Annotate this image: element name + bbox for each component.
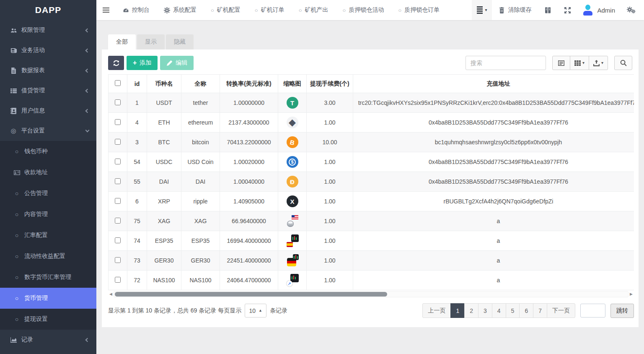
pagination-info-suffix: 条记录 [270, 307, 287, 315]
cell-rate: 1.00040000 [220, 172, 278, 192]
page-button-6[interactable]: 6 [519, 303, 533, 318]
scrollbar-track[interactable] [114, 291, 628, 297]
sidebar-subitem-receive-address[interactable]: 收款地址 [0, 162, 96, 183]
topnav-console[interactable]: 控制台 [116, 0, 157, 20]
row-checkbox[interactable] [115, 237, 121, 243]
detail-view-button[interactable] [552, 56, 570, 70]
usdc-icon: $ [287, 156, 298, 168]
search-button[interactable] [614, 56, 632, 70]
select-all-checkbox[interactable] [115, 80, 121, 86]
fullscreen-button[interactable] [558, 7, 577, 13]
table-row[interactable]: 4ETHethereum2137.43000000◆1.000x4ba8B1D2… [109, 113, 634, 133]
edit-button[interactable]: 编辑 [160, 56, 194, 70]
cell-fee: 1.00 [307, 172, 353, 192]
topbar: 控制台系统配置○矿机配置○矿机订单○矿机产出○质押锁仓活动○质押锁仓订单 ▾ 清… [96, 0, 644, 20]
cell-fullname: USD Coin [181, 152, 220, 172]
btc-icon: B [287, 136, 298, 148]
table-row[interactable]: 6XRPripple1.40905000X1.00rBUGBLTg2XcfA4h… [109, 192, 634, 211]
search-input[interactable] [466, 56, 546, 70]
language-button[interactable] [538, 7, 558, 13]
cell-symbol: NAS100 [147, 271, 181, 290]
topnav-system-config[interactable]: 系统配置 [157, 0, 204, 20]
cell-thumbnail: X [278, 192, 307, 211]
esp35-icon [286, 234, 299, 247]
table-row[interactable]: 54USDCUSD Coin1.00020000$1.000x4ba8B1D25… [109, 152, 634, 172]
refresh-button[interactable] [108, 56, 124, 70]
sidebar-item-platform-settings[interactable]: ◎平台设置 [0, 121, 96, 141]
topbar-right: ▾ 清除缓存 Admin [472, 0, 644, 20]
tab-visible[interactable]: 显示 [137, 34, 165, 49]
sidebar-subitem-content-management[interactable]: ○内容管理 [0, 204, 96, 225]
row-checkbox[interactable] [115, 277, 121, 283]
cell-rate: 1.00000000 [220, 93, 278, 113]
add-button[interactable]: +添加 [127, 56, 158, 70]
sidebar-toggle-icon[interactable] [96, 8, 116, 13]
cell-address: a [353, 271, 634, 290]
table-row[interactable]: 55DAIDAI1.00040000Ð1.000x4ba8B1D253BA55D… [109, 172, 634, 192]
table-row[interactable]: 1USDTtether1.00000000T3.00trc20:TGcqjikv… [109, 93, 634, 113]
next-page-button[interactable]: 下一页 [547, 303, 575, 318]
row-checkbox[interactable] [115, 139, 121, 145]
scroll-left-arrow[interactable]: ◀ [108, 292, 114, 296]
sidebar-subitem-wallet-coins[interactable]: ○钱包币种 [0, 141, 96, 162]
settings-button[interactable] [620, 7, 644, 14]
sidebar-item-business-activity[interactable]: 业务活动 [0, 40, 96, 60]
table-row[interactable]: 75XAGXAG66.964000001.00a [109, 211, 634, 231]
row-checkbox[interactable] [115, 218, 121, 224]
topnav-staking-activities[interactable]: ○质押锁仓活动 [336, 0, 391, 20]
row-checkbox[interactable] [115, 159, 121, 164]
row-checkbox[interactable] [115, 99, 121, 105]
row-checkbox[interactable] [115, 119, 121, 125]
page-button-5[interactable]: 5 [506, 303, 520, 318]
sidebar-subitem-crypto-rate-management[interactable]: ○数字货币汇率管理 [0, 267, 96, 288]
sidebar-item-user-info[interactable]: 用户信息 [0, 101, 96, 121]
table-row[interactable]: 73GER30GER3022451.400000001.00a [109, 251, 634, 271]
sidebar-subitem-withdraw-settings[interactable]: ○提现设置 [0, 309, 96, 330]
page-button-2[interactable]: 2 [464, 303, 478, 318]
topnav-miner-orders[interactable]: ○矿机订单 [248, 0, 292, 20]
circle-icon: ○ [12, 211, 22, 218]
page-button-3[interactable]: 3 [478, 303, 492, 318]
jump-button[interactable]: 跳转 [610, 304, 634, 318]
user-menu[interactable]: Admin [577, 5, 620, 16]
jump-page-input[interactable] [580, 304, 605, 318]
sidebar-subitem-currency-management[interactable]: ○货币管理 [0, 288, 96, 309]
tab-hidden[interactable]: 隐藏 [166, 34, 194, 49]
row-checkbox[interactable] [115, 178, 121, 184]
prev-page-button[interactable]: 上一页 [422, 303, 451, 318]
circle-icon: ○ [12, 274, 22, 281]
export-button[interactable]: ▾ [589, 56, 608, 70]
sidebar-item-data-reports[interactable]: 数据报表 [0, 60, 96, 81]
page-button-7[interactable]: 7 [533, 303, 547, 318]
scrollbar-thumb[interactable] [115, 292, 387, 297]
chevron-left-icon [85, 28, 90, 32]
topnav-miner-config[interactable]: ○矿机配置 [204, 0, 248, 20]
tab-all[interactable]: 全部 [108, 34, 136, 49]
clear-cache-button[interactable]: 清除缓存 [492, 6, 538, 14]
cell-id: 6 [127, 192, 147, 211]
columns-button[interactable]: ▾ [570, 56, 589, 70]
cell-thumbnail [278, 211, 307, 231]
chevron-left-icon [85, 109, 90, 113]
row-checkbox[interactable] [115, 198, 121, 204]
sidebar-item-lending[interactable]: 借贷管理 [0, 81, 96, 101]
table-row[interactable]: 72NAS100NAS10024064.47000000↗1.00a [109, 271, 634, 290]
table-row[interactable]: 3BTCbitcoin70413.22000000B10.00bc1quhmqh… [109, 133, 634, 152]
tabs-menu-button[interactable]: ▾ [472, 0, 492, 20]
trash-icon [499, 7, 505, 13]
page-button-4[interactable]: 4 [492, 303, 506, 318]
sidebar-subitem-exchange-rate-config[interactable]: ○汇率配置 [0, 225, 96, 246]
topnav-miner-output[interactable]: ○矿机产出 [292, 0, 336, 20]
sidebar-item-records[interactable]: 记录 [0, 330, 96, 350]
page-button-1[interactable]: 1 [450, 303, 465, 318]
scroll-right-arrow[interactable]: ▶ [628, 292, 634, 296]
row-checkbox[interactable] [115, 257, 121, 263]
cell-fullname: ESP35 [181, 231, 220, 251]
table-row[interactable]: 74ESP35ESP3516994.400000001.00a [109, 231, 634, 251]
topnav-staking-orders[interactable]: ○质押锁仓订单 [391, 0, 447, 20]
sidebar-item-permissions[interactable]: 权限管理 [0, 20, 96, 40]
column-header: id [127, 75, 147, 93]
sidebar-subitem-liquidity-income-config[interactable]: ○流动性收益配置 [0, 246, 96, 267]
sidebar-subitem-announcements[interactable]: ○公告管理 [0, 183, 96, 204]
page-size-dropdown[interactable]: 10 ▲ [245, 304, 266, 318]
